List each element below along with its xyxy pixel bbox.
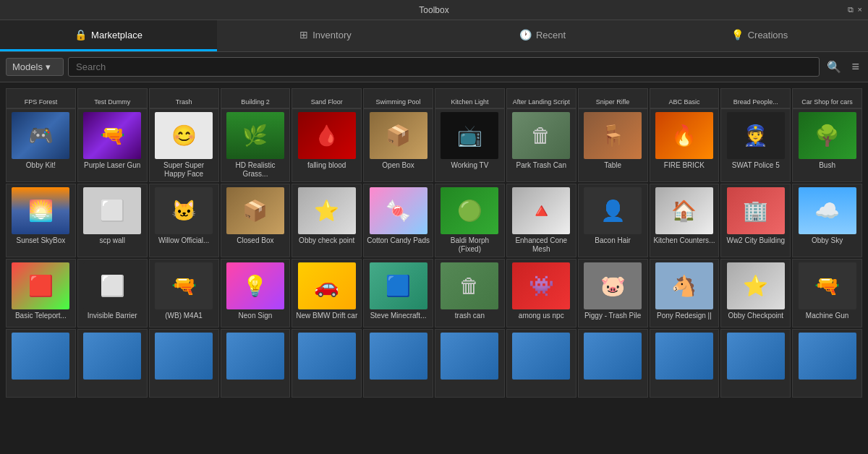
item-label: FPS Forest	[7, 98, 75, 106]
item-label: New BMW Drift car	[295, 312, 358, 320]
list-item[interactable]: 🔺Enhanced Cone Mesh	[506, 184, 576, 257]
item-label: Steve Minecraft...	[367, 312, 430, 320]
list-item[interactable]: 💡Neon Sign	[221, 259, 291, 327]
partial-item[interactable]: Building 2	[221, 88, 291, 108]
item-thumbnail: ⭐	[298, 187, 356, 234]
item-label: Sunset SkyBox	[9, 236, 72, 245]
list-item[interactable]: 🌳Bush	[792, 108, 862, 182]
list-item[interactable]: 🪑Table	[578, 108, 648, 182]
tab-creations[interactable]: 💡 Creations	[651, 20, 868, 51]
item-thumbnail: 📦	[370, 112, 427, 159]
list-item[interactable]: ⬜Invisible Barrier	[77, 259, 148, 327]
list-item[interactable]: ⬜scp wall	[77, 184, 148, 257]
list-item[interactable]	[363, 329, 433, 398]
window-controls[interactable]: ⧉ ×	[848, 5, 862, 14]
item-label: among us npc	[510, 312, 573, 320]
item-thumbnail: 🌳	[799, 112, 856, 159]
list-item[interactable]: 🔫(WB) M4A1	[149, 259, 219, 327]
partial-item[interactable]: Car Shop for cars	[792, 88, 862, 108]
list-item[interactable]	[435, 329, 505, 398]
list-item[interactable]: 🗑trash can	[435, 259, 505, 327]
list-item[interactable]: 🎮Obby Kit!	[6, 108, 76, 182]
filter-button[interactable]: ≡	[848, 56, 862, 77]
list-item[interactable]: 🍬Cotton Candy Pads	[363, 184, 433, 257]
partial-item[interactable]: Sniper Rifle	[578, 88, 648, 108]
item-label: Cotton Candy Pads	[367, 236, 430, 245]
list-item[interactable]: 🏠Kitchen Counters...	[650, 184, 720, 257]
list-item[interactable]: 🐱Willow Official...	[149, 184, 219, 257]
list-item[interactable]: 👮SWAT Police 5	[720, 108, 791, 182]
list-item[interactable]: 📺Working TV	[435, 108, 505, 182]
list-item[interactable]: ⭐Obby check point	[292, 184, 362, 257]
item-label: Purple Laser Gun	[81, 161, 144, 170]
list-item[interactable]	[6, 329, 76, 398]
list-item[interactable]: 🚗New BMW Drift car	[292, 259, 362, 327]
search-button[interactable]: 🔍	[824, 57, 844, 77]
list-item[interactable]: 🌿HD Realistic Grass...	[221, 108, 291, 182]
tab-inventory[interactable]: ⊞ Inventory	[217, 20, 434, 51]
partial-item[interactable]: Sand Floor	[292, 88, 362, 108]
item-label: ABC Basic	[650, 98, 719, 106]
list-item[interactable]: 🌅Sunset SkyBox	[6, 184, 76, 257]
restore-button[interactable]: ⧉	[848, 5, 854, 14]
list-item[interactable]	[149, 329, 219, 398]
title-text: Toolbox	[419, 5, 448, 15]
list-item[interactable]: 🏢Ww2 City Building	[720, 184, 791, 257]
item-thumbnail: 🌅	[12, 187, 69, 234]
list-item[interactable]: 🗑Park Trash Can	[506, 108, 576, 182]
list-item[interactable]	[578, 329, 648, 398]
list-item[interactable]: 🔫Purple Laser Gun	[77, 108, 148, 182]
item-label: Machine Gun	[796, 312, 859, 320]
item-label: Park Trash Can	[510, 161, 573, 170]
partial-item[interactable]: FPS Forest	[6, 88, 76, 108]
list-item[interactable]: 🔥FIRE BRICK	[650, 108, 720, 182]
list-item[interactable]	[506, 329, 576, 398]
item-row: 🌅Sunset SkyBox⬜scp wall🐱Willow Official.…	[6, 184, 862, 257]
item-thumbnail: 🔫	[83, 112, 141, 159]
list-item[interactable]	[292, 329, 362, 398]
inventory-label: Inventory	[312, 30, 351, 40]
tab-recent[interactable]: 🕐 Recent	[434, 20, 651, 51]
partial-item[interactable]: Kitchen Light	[435, 88, 505, 108]
list-item[interactable]: 👤Bacon Hair	[578, 184, 648, 257]
item-thumbnail	[584, 333, 642, 380]
list-item[interactable]: 🔫Machine Gun	[792, 259, 862, 327]
item-label: Kitchen Counters...	[653, 236, 716, 245]
list-item[interactable]: 👾among us npc	[506, 259, 576, 327]
partial-item[interactable]: Trash	[149, 88, 219, 108]
partial-item[interactable]: Swimming Pool	[363, 88, 433, 108]
close-button[interactable]: ×	[858, 5, 862, 14]
list-item[interactable]	[720, 329, 791, 398]
list-item[interactable]	[792, 329, 862, 398]
item-thumbnail: 👤	[584, 187, 642, 234]
list-item[interactable]	[221, 329, 291, 398]
partial-item[interactable]: ABC Basic	[650, 88, 720, 108]
list-item[interactable]: 📦Closed Box	[221, 184, 291, 257]
partial-item[interactable]: Bread People...	[720, 88, 791, 108]
item-label: Piggy - Trash Pile	[582, 312, 644, 320]
list-item[interactable]: 🐷Piggy - Trash Pile	[578, 259, 648, 327]
list-item[interactable]	[650, 329, 720, 398]
list-item[interactable]	[77, 329, 148, 398]
list-item[interactable]: 🟢Baldi Morph (Fixed)	[435, 184, 505, 257]
list-item[interactable]: 🐴Pony Redesign ||	[650, 259, 720, 327]
item-label: Basic Teleport...	[9, 312, 72, 320]
item-thumbnail: 🎮	[12, 112, 69, 159]
list-item[interactable]: ⭐Obby Checkpoint	[720, 259, 791, 327]
tab-marketplace[interactable]: 🔒 Marketplace	[0, 20, 217, 51]
item-label: Table	[582, 161, 644, 170]
list-item[interactable]: 🟥Basic Teleport...	[6, 259, 76, 327]
list-item[interactable]: 🩸falling blood	[292, 108, 362, 182]
models-dropdown[interactable]: Models ▾	[6, 58, 64, 76]
partial-item[interactable]: Test Dummy	[77, 88, 148, 108]
list-item[interactable]: 📦Open Box	[363, 108, 433, 182]
item-thumbnail: ⭐	[727, 262, 785, 309]
item-label: Open Box	[367, 161, 430, 170]
list-item[interactable]: 🟦Steve Minecraft...	[363, 259, 433, 327]
partial-item[interactable]: After Landing Script	[506, 88, 576, 108]
item-label: Baldi Morph (Fixed)	[438, 236, 501, 254]
list-item[interactable]: ☁️Obby Sky	[792, 184, 862, 257]
search-input[interactable]	[68, 57, 820, 77]
list-item[interactable]: 😊Super Super Happy Face	[149, 108, 219, 182]
item-label: (WB) M4A1	[153, 312, 216, 320]
